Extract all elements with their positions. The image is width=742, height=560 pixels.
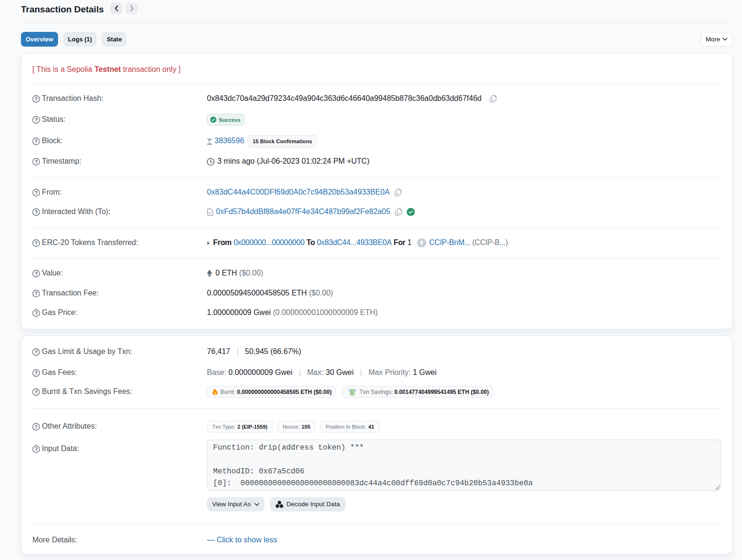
- svg-text:?: ?: [35, 371, 38, 376]
- svg-text:?: ?: [35, 159, 38, 165]
- svg-text:?: ?: [35, 390, 38, 395]
- svg-text:?: ?: [35, 139, 38, 144]
- svg-text:?: ?: [35, 210, 38, 215]
- svg-text:?: ?: [35, 190, 38, 196]
- svg-text:?: ?: [35, 271, 38, 276]
- svg-text:?: ?: [35, 241, 38, 246]
- svg-text:?: ?: [35, 447, 38, 452]
- svg-text:?: ?: [35, 350, 38, 355]
- svg-text:?: ?: [35, 424, 38, 430]
- svg-text:?: ?: [35, 291, 38, 296]
- svg-text:?: ?: [35, 118, 38, 123]
- svg-text:?: ?: [35, 97, 38, 102]
- svg-text:?: ?: [35, 311, 38, 316]
